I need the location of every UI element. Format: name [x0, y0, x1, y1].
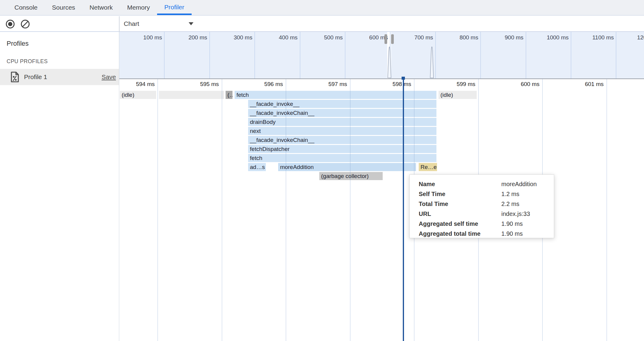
clear-icon: [20, 19, 30, 29]
timeline-overview[interactable]: 100 ms200 ms300 ms400 ms500 ms600 ms700 …: [119, 32, 644, 79]
profiler-toolbar: Chart: [0, 16, 644, 32]
selection-handle-left[interactable]: [384, 34, 387, 44]
tooltip-row: Self Time1.2 ms: [419, 189, 554, 199]
tooltip-label: Total Time: [419, 199, 501, 209]
tooltip-value: 2.2 ms: [501, 199, 519, 209]
profiles-panel-title: Profiles: [0, 32, 119, 48]
tab-profiler[interactable]: Profiler: [157, 0, 192, 15]
ruler-tick-label: 601 ms: [558, 81, 604, 88]
tooltip-row: NamemoreAddition: [419, 179, 554, 189]
tooltip-label: Aggregated total time: [419, 229, 501, 239]
flame-chart[interactable]: 594 ms595 ms596 ms597 ms598 ms599 ms600 …: [119, 79, 644, 341]
ruler-tick-label: 594 ms: [119, 81, 155, 88]
view-mode-value: Chart: [124, 20, 139, 27]
flame-bar-re-e[interactable]: Re…e: [419, 163, 437, 171]
ruler-tick-label: 596 ms: [237, 81, 283, 88]
tooltip-value: 1.90 ms: [501, 219, 523, 229]
ruler-tick-label: 595 ms: [173, 81, 219, 88]
ruler-tick-label: 597 ms: [302, 81, 347, 88]
frame-info-tooltip: NamemoreAdditionSelf Time1.2 msTotal Tim…: [409, 174, 554, 238]
flame-bar-fetch[interactable]: fetch: [235, 91, 436, 99]
tooltip-label: Aggregated self time: [419, 219, 501, 229]
profile-list-item[interactable]: Profile 1 Save: [0, 69, 119, 85]
flame-bar-facade-invokechain[interactable]: __facade_invokeChain__: [248, 136, 436, 144]
flame-bar-garbage-collector[interactable]: (garbage collector): [319, 172, 383, 180]
selection-handle-right[interactable]: [391, 34, 394, 44]
save-profile-link[interactable]: Save: [102, 73, 116, 81]
time-grid-line: [222, 79, 222, 341]
tooltip-row: Aggregated self time1.90 ms: [419, 219, 554, 229]
cpu-spike: [388, 47, 391, 78]
playhead-marker-line: [403, 79, 404, 341]
ruler-tick-label: 598 ms: [366, 81, 411, 88]
tooltip-label: Name: [419, 179, 501, 189]
flame-bar-ad-s[interactable]: ad…s: [248, 163, 266, 171]
tooltip-value: 1.2 ms: [501, 189, 519, 199]
flame-bar-next[interactable]: next: [248, 127, 436, 135]
ruler-tick-label: 599 ms: [430, 81, 475, 88]
flame-bar-moreaddition[interactable]: moreAddition: [278, 163, 416, 171]
tooltip-value: 1.90 ms: [501, 229, 523, 239]
cpu-activity-graph: [119, 32, 644, 78]
profiler-controls: [5, 19, 31, 29]
cpu-profiles-section-title: CPU PROFILES: [0, 48, 119, 69]
flame-bar-[interactable]: (…: [226, 91, 232, 99]
tooltip-row: Aggregated total time1.90 ms: [419, 229, 554, 239]
tooltip-value: moreAddition: [501, 179, 537, 189]
time-grid-line: [350, 79, 351, 341]
time-grid-line: [286, 79, 286, 341]
view-mode-select[interactable]: Chart: [124, 18, 196, 29]
flame-bar-drainbody[interactable]: drainBody: [248, 118, 436, 126]
record-icon: [5, 19, 15, 29]
tooltip-row: Total Time2.2 ms: [419, 199, 554, 209]
ruler-tick-label: 600 ms: [494, 81, 539, 88]
tab-memory[interactable]: Memory: [120, 0, 157, 15]
profiles-sidebar: Profiles CPU PROFILES Profile 1 Save: [0, 32, 119, 341]
flame-bar-fetch[interactable]: fetch: [248, 154, 436, 162]
tooltip-label: Self Time: [419, 189, 501, 199]
time-grid-line: [606, 79, 607, 341]
clear-profiles-button[interactable]: [20, 19, 31, 29]
profile-document-icon: [10, 72, 19, 83]
flame-bar-idle[interactable]: (idle): [120, 91, 156, 99]
devtools-tab-bar: ConsoleSourcesNetworkMemoryProfiler: [0, 0, 644, 16]
flame-bar-facade-invoke[interactable]: __facade_invoke__: [248, 100, 436, 108]
flame-bar-fetchdispatcher[interactable]: fetchDispatcher: [248, 145, 436, 153]
record-profile-button[interactable]: [5, 19, 16, 29]
flame-bar-facade-invokechain[interactable]: __facade_invokeChain__: [248, 109, 436, 117]
tab-sources[interactable]: Sources: [45, 0, 82, 15]
tab-console[interactable]: Console: [7, 0, 45, 15]
flame-bar-idle[interactable]: (idle): [439, 91, 477, 99]
tab-network[interactable]: Network: [82, 0, 120, 15]
chevron-down-icon: [189, 22, 193, 25]
cpu-spike: [430, 47, 433, 78]
time-grid-line: [157, 79, 158, 341]
tooltip-label: URL: [419, 209, 501, 219]
tooltip-row: URLindex.js:33: [419, 209, 554, 219]
tooltip-value: index.js:33: [501, 209, 530, 219]
flame-bar[interactable]: [159, 91, 224, 99]
profile-name: Profile 1: [24, 73, 47, 81]
